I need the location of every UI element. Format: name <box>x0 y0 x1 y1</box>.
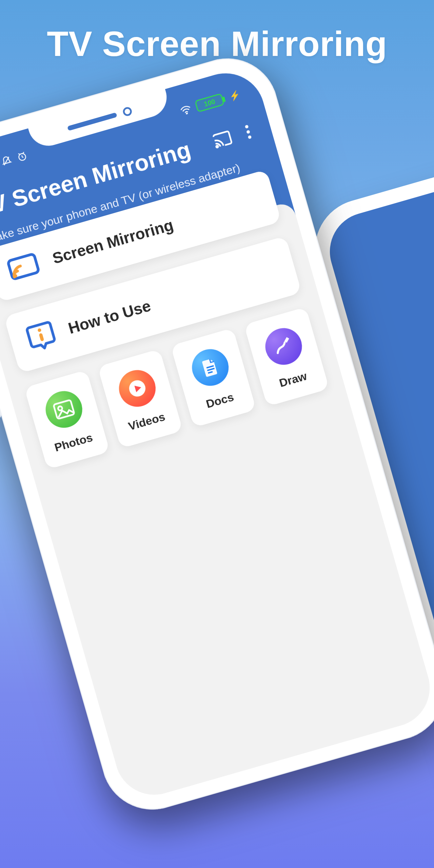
svg-point-3 <box>216 145 218 148</box>
tile-label: Videos <box>127 410 166 433</box>
phone-screen: 13:14 <box>0 64 434 804</box>
svg-rect-7 <box>8 254 39 279</box>
alarm-icon <box>16 150 28 163</box>
info-icon <box>24 319 59 354</box>
svg-point-2 <box>186 113 188 114</box>
tile-label: Photos <box>53 431 94 454</box>
menu-dots-icon[interactable] <box>244 123 253 140</box>
promo-headline: TV Screen Mirroring <box>0 0 434 64</box>
wifi-icon <box>179 103 193 116</box>
battery-percent: 100 <box>203 98 216 108</box>
svg-point-5 <box>246 130 250 134</box>
tile-label: Docs <box>204 390 235 411</box>
svg-point-4 <box>245 125 249 129</box>
phone-frame: 13:14 <box>0 46 434 822</box>
how-to-use-label: How to Use <box>66 297 153 338</box>
svg-rect-10 <box>39 333 44 341</box>
tile-docs[interactable]: Docs <box>171 328 256 428</box>
svg-rect-11 <box>54 400 75 419</box>
photos-icon <box>41 387 87 432</box>
tile-videos[interactable]: Videos <box>97 349 183 449</box>
draw-icon <box>261 324 307 369</box>
docs-icon <box>188 345 233 390</box>
svg-point-6 <box>248 135 252 139</box>
tile-label: Draw <box>278 369 309 390</box>
promo-background: TV Screen Mirroring 13:14 <box>0 0 434 868</box>
tile-photos[interactable]: Photos <box>24 370 110 470</box>
primary-phone-stage: 13:14 <box>0 46 434 822</box>
tile-draw[interactable]: Draw <box>244 307 329 407</box>
cast-icon[interactable] <box>211 129 234 150</box>
battery-indicator: 100 <box>195 93 225 113</box>
videos-icon <box>115 366 160 411</box>
svg-point-9 <box>37 328 42 333</box>
side-button[interactable] <box>0 391 2 419</box>
charging-icon: ⚡ <box>228 89 241 102</box>
screen-mirroring-icon <box>5 251 42 283</box>
mute-icon <box>0 155 13 167</box>
